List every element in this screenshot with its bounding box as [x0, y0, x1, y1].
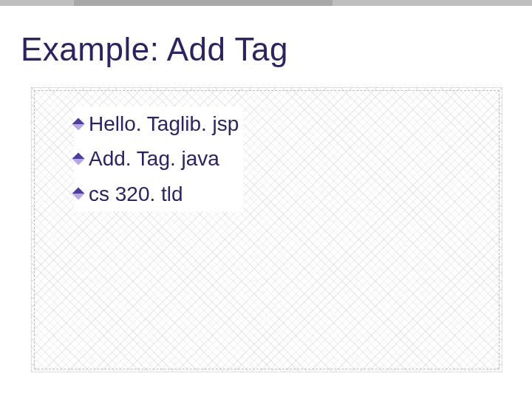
slide-title: Example: Add Tag	[21, 31, 288, 68]
bullet-diamond-icon	[72, 188, 85, 200]
bullet-text: cs 320. tld	[89, 178, 183, 210]
bullet-list: Hello. Taglib. jsp Add. Tag. java cs 320…	[74, 106, 243, 211]
bullet-diamond-icon	[72, 153, 85, 166]
bullet-text: Add. Tag. java	[89, 143, 219, 174]
list-item: Add. Tag. java	[74, 141, 243, 176]
app-top-shadow	[74, 0, 332, 6]
bullet-text: Hello. Taglib. jsp	[89, 108, 239, 140]
list-item: cs 320. tld	[74, 177, 243, 211]
bullet-diamond-icon	[72, 117, 85, 130]
list-item: Hello. Taglib. jsp	[74, 106, 243, 141]
